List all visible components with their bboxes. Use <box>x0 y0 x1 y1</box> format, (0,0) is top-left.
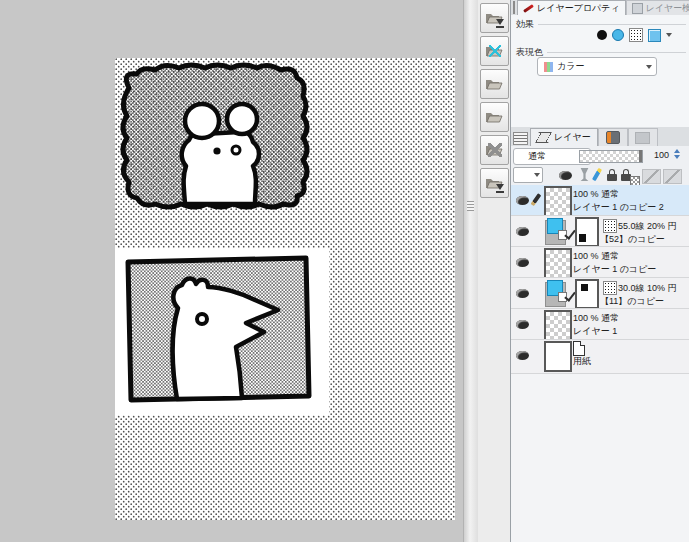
register-arrow-badge <box>496 184 504 190</box>
tab-layer[interactable]: レイヤー <box>530 128 598 146</box>
lock-layer-icon[interactable] <box>607 174 617 181</box>
app-window: レイヤープロパティ レイヤー検索 効果 表現色 <box>0 0 689 542</box>
opacity-value[interactable]: 100 <box>645 150 669 160</box>
layer-thumbnail[interactable] <box>544 248 572 278</box>
layer-row-tone-11[interactable]: 30.0線 10% 円 【11】のコピー <box>511 278 689 309</box>
layer-info: 100 % 通常 <box>573 250 619 263</box>
spin-down-icon[interactable] <box>674 155 680 159</box>
layer-info: 100 % 通常 <box>573 312 619 325</box>
palette-dock <box>478 0 511 542</box>
layer-name[interactable]: レイヤー 1 <box>573 325 617 338</box>
layer-list: 100 % 通常 レイヤー 1 のコピー 2 55.0線 20% 円 【52】の… <box>511 185 689 542</box>
layer-color-icon[interactable] <box>648 29 661 42</box>
tab-extra[interactable] <box>628 128 658 146</box>
merge-tone-icon[interactable] <box>559 171 572 180</box>
layer-stack-icon <box>535 132 552 143</box>
dock-folder-register-button[interactable] <box>480 3 509 33</box>
character-mouse-body <box>182 131 259 204</box>
expression-color-dropdown[interactable]: カラー <box>537 57 657 76</box>
layer-row-tone-52[interactable]: 55.0線 20% 円 【52】のコピー <box>511 216 689 247</box>
opacity-slider[interactable] <box>579 150 643 163</box>
tab-layer-property[interactable]: レイヤープロパティ <box>517 0 626 15</box>
animation-cels-icon <box>606 131 620 144</box>
canvas-artwork <box>115 58 455 520</box>
folder-open-icon <box>484 76 505 92</box>
effect-label: 効果 <box>516 18 534 31</box>
tab-layer-search-label: レイヤー検索 <box>646 2 689 15</box>
halftone-icon <box>603 281 617 295</box>
layer-row-paper[interactable]: 用紙 <box>511 340 689 374</box>
halftone-icon[interactable] <box>629 28 643 42</box>
layer-row-raster-copy[interactable]: 100 % 通常 レイヤー 1 のコピー <box>511 247 689 278</box>
layer-info: 100 % 通常 <box>573 188 619 201</box>
mask-blob <box>581 284 588 291</box>
panel-menu-icon[interactable] <box>513 1 515 14</box>
visibility-eye-icon[interactable] <box>516 196 529 205</box>
chevron-down-icon[interactable] <box>666 33 672 37</box>
dock-folder-register-button-2[interactable] <box>480 168 509 198</box>
layer-palette-menu-icon[interactable] <box>513 132 528 145</box>
layer-thumbnail[interactable] <box>544 186 572 216</box>
character-mouse-ear-right <box>227 104 257 134</box>
mask-thumbnail[interactable] <box>575 217 599 247</box>
opacity-spinner[interactable] <box>674 149 680 159</box>
enable-mask-icon-disabled[interactable] <box>642 169 661 184</box>
layer-icon-row <box>511 165 689 186</box>
tab-layer-search[interactable]: レイヤー検索 <box>626 0 689 15</box>
tone-circle-icon[interactable] <box>612 29 624 41</box>
opacity-slider-handle[interactable] <box>639 150 642 162</box>
layer-name[interactable]: レイヤー 1 のコピー 2 <box>573 201 664 214</box>
spin-up-icon[interactable] <box>674 149 680 153</box>
effect-icon-row <box>597 27 672 43</box>
layer-name[interactable]: レイヤー 1 のコピー <box>573 263 656 276</box>
layer-name[interactable]: 用紙 <box>573 355 591 368</box>
dock-folder-open-button-2[interactable] <box>480 102 509 132</box>
dock-folder-close-button[interactable] <box>480 135 509 165</box>
layer-search-icon <box>632 3 643 14</box>
editing-pen-icon <box>531 193 541 206</box>
folder-open-icon <box>484 109 505 125</box>
register-arrow-badge <box>496 19 504 25</box>
tab-layer-label: レイヤー <box>554 131 591 144</box>
paper-page-icon <box>573 341 585 356</box>
character-mouse-eye-left <box>213 147 220 154</box>
red-pen-icon <box>523 4 534 13</box>
disabled-tab-icon <box>635 132 650 144</box>
mask-tool-icon[interactable] <box>579 168 590 181</box>
visibility-eye-icon[interactable] <box>516 227 529 236</box>
layer-name[interactable]: 【11】のコピー <box>600 295 664 308</box>
ruler-range-icon-disabled[interactable] <box>663 169 682 184</box>
visibility-eye-icon[interactable] <box>516 258 529 267</box>
tab-animation-cels[interactable] <box>598 128 628 146</box>
paper-thumbnail[interactable] <box>544 341 572 372</box>
tone-info: 30.0線 10% 円 <box>618 282 677 295</box>
layer-property-body: 効果 表現色 カラー <box>511 15 689 128</box>
mask-blob <box>579 234 586 242</box>
dock-folder-open-button-1[interactable] <box>480 69 509 99</box>
character-mouse-eye-right <box>232 146 240 154</box>
layer-thumbnail[interactable] <box>544 310 572 340</box>
color-stripes-icon <box>544 62 553 72</box>
visibility-eye-icon[interactable] <box>516 351 529 360</box>
canvas-document[interactable] <box>115 58 455 520</box>
tone-info: 55.0線 20% 円 <box>618 220 677 233</box>
halftone-icon <box>603 219 617 233</box>
right-panel: レイヤープロパティ レイヤー検索 効果 表現色 <box>510 0 689 542</box>
visibility-eye-icon[interactable] <box>516 320 529 329</box>
dock-folder-close-cyan-button[interactable] <box>480 36 509 66</box>
layer-palette-tabbar: レイヤー <box>511 127 689 146</box>
mask-thumbnail[interactable] <box>575 279 599 309</box>
divider <box>547 52 686 53</box>
layer-row-raster-copy2[interactable]: 100 % 通常 レイヤー 1 のコピー 2 <box>511 185 689 216</box>
gray-x-badge <box>488 143 502 157</box>
visibility-eye-icon[interactable] <box>516 289 529 298</box>
layer-name[interactable]: 【52】のコピー <box>600 233 665 246</box>
palette-color-dropdown[interactable] <box>513 167 543 183</box>
border-effect-icon[interactable] <box>597 30 607 40</box>
draft-pen-icon[interactable] <box>592 168 602 181</box>
splitter-grip[interactable] <box>467 201 474 211</box>
expression-color-value: カラー <box>557 60 584 73</box>
layer-controls-row: 通常 100 <box>511 146 689 165</box>
blend-mode-value: 通常 <box>528 150 546 163</box>
layer-row-raster-1[interactable]: 100 % 通常 レイヤー 1 <box>511 309 689 340</box>
